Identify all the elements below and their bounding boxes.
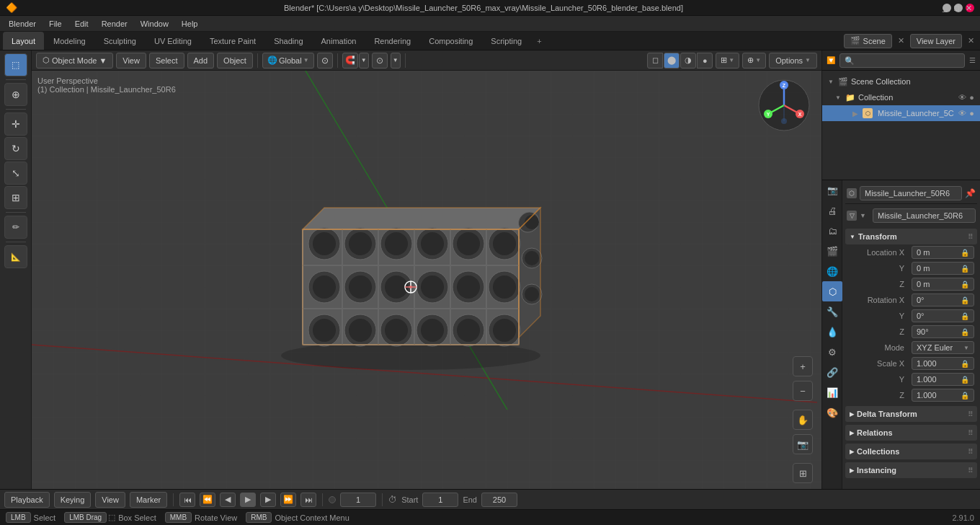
annotate-tool[interactable]: ✏ <box>4 216 27 239</box>
collection-visibility-icon[interactable]: 👁 <box>958 93 966 102</box>
view-menu-timeline-btn[interactable]: View <box>95 492 125 508</box>
minimize-button[interactable]: _ <box>943 4 951 12</box>
jump-end-btn[interactable]: ⏭ <box>300 493 316 507</box>
object-visibility-icon[interactable]: 👁 <box>958 109 966 118</box>
transform-tool[interactable]: ⊞ <box>4 186 27 209</box>
toggle-grid-btn[interactable]: ⊞ <box>793 463 813 483</box>
menu-edit[interactable]: Edit <box>69 18 94 30</box>
gizmos-btn[interactable]: ⊕ ▼ <box>742 53 766 69</box>
rotation-x-lock[interactable]: 🔒 <box>961 296 969 304</box>
object-menu-btn[interactable]: Object <box>217 53 253 69</box>
snap-options[interactable]: ▼ <box>359 53 369 69</box>
outliner-options-icon[interactable]: ☰ <box>969 56 976 64</box>
menu-help[interactable]: Help <box>176 18 204 30</box>
pan-view-btn[interactable]: ✋ <box>793 410 813 430</box>
delta-transform-header[interactable]: ▶ Delta Transform ⠿ <box>845 406 977 422</box>
shading-wireframe-btn[interactable]: ◻ <box>647 53 663 69</box>
transform-section-header[interactable]: ▼ Transform ⠿ <box>845 229 977 244</box>
outliner-search[interactable] <box>839 53 965 68</box>
relations-header[interactable]: ▶ Relations ⠿ <box>845 425 977 441</box>
object-data-name-field[interactable]: Missile_Launcher_50R6 <box>873 208 976 223</box>
tab-modeling[interactable]: Modeling <box>45 32 94 50</box>
prop-tab-data[interactable]: 📊 <box>822 382 842 402</box>
proportional-edit-btn[interactable]: ⊙ <box>372 53 388 69</box>
prop-tab-object[interactable]: ⬡ <box>822 281 842 301</box>
tab-rendering[interactable]: Rendering <box>365 32 419 50</box>
pin-object-icon[interactable]: 📌 <box>965 188 976 198</box>
scale-y-field[interactable]: 1.000 🔒 <box>912 373 974 386</box>
close-scene-icon[interactable]: ✕ <box>898 36 904 45</box>
playback-menu-btn[interactable]: Playback <box>4 492 50 508</box>
tab-uv-editing[interactable]: UV Editing <box>146 32 200 50</box>
scale-tool[interactable]: ⤡ <box>4 162 27 185</box>
menu-render[interactable]: Render <box>96 18 133 30</box>
proportional-options-btn[interactable]: ▼ <box>391 53 401 69</box>
prop-tab-constraints[interactable]: 🔗 <box>822 362 842 382</box>
outliner-object[interactable]: ▶ ▶ ⬡ Missile_Launcher_5C 👁 ● <box>822 105 980 121</box>
scale-y-lock[interactable]: 🔒 <box>961 376 969 384</box>
select-menu-btn[interactable]: Select <box>149 53 184 69</box>
options-btn[interactable]: Options ▼ <box>769 53 817 69</box>
rotation-x-field[interactable]: 0° 🔒 <box>912 294 974 306</box>
scale-x-lock[interactable]: 🔒 <box>961 360 969 368</box>
location-y-lock[interactable]: 🔒 <box>961 265 969 273</box>
select-box-tool[interactable]: ⬚ <box>4 53 27 76</box>
prop-tab-material[interactable]: 🎨 <box>822 402 842 423</box>
prop-tab-view-layer[interactable]: 🗂 <box>822 221 842 241</box>
close-button[interactable]: ✕ <box>966 4 974 12</box>
view-layer-selector[interactable]: View Layer <box>910 34 962 48</box>
transform-options-icon[interactable]: ⠿ <box>968 233 973 241</box>
navigation-gizmo[interactable]: Z X Y <box>755 76 813 134</box>
maximize-button[interactable]: □ <box>954 4 963 12</box>
collection-render-icon[interactable]: ● <box>969 93 974 102</box>
play-btn[interactable]: ▶ <box>240 493 256 507</box>
snap-toggle[interactable]: 🧲 <box>342 53 358 69</box>
shading-solid-btn[interactable]: ⬤ <box>664 53 680 69</box>
object-render-icon[interactable]: ● <box>969 109 974 118</box>
add-menu-btn[interactable]: Add <box>187 53 215 69</box>
collections-options-icon[interactable]: ⠿ <box>968 448 973 456</box>
prop-tab-particles[interactable]: 💧 <box>822 322 842 342</box>
instancing-options-icon[interactable]: ⠿ <box>968 467 973 475</box>
prev-keyframe-btn[interactable]: ⏪ <box>200 493 215 507</box>
tab-compositing[interactable]: Compositing <box>420 32 481 50</box>
scene-selector[interactable]: 🎬 Scene <box>844 34 892 48</box>
keying-menu-btn[interactable]: Keying <box>54 492 92 508</box>
location-x-field[interactable]: 0 m 🔒 <box>912 246 974 259</box>
close-viewlayer-icon[interactable]: ✕ <box>968 36 974 45</box>
instancing-header[interactable]: ▶ Instancing ⠿ <box>845 462 977 478</box>
rotate-tool[interactable]: ↻ <box>4 137 27 160</box>
viewport[interactable]: ⬡ Object Mode ▼ View Select Add Object 🌐… <box>32 50 821 489</box>
object-mode-selector[interactable]: ⬡ Object Mode ▼ <box>36 53 113 69</box>
prop-tab-output[interactable]: 🖨 <box>822 200 842 221</box>
location-x-lock[interactable]: 🔒 <box>961 249 969 257</box>
zoom-in-btn[interactable]: + <box>793 356 813 376</box>
end-frame-input[interactable]: 250 <box>481 493 517 507</box>
scale-z-lock[interactable]: 🔒 <box>961 392 969 400</box>
transform-orientation-selector[interactable]: 🌐 Global ▼ <box>262 53 314 69</box>
view-menu-btn[interactable]: View <box>116 53 146 69</box>
pivot-point-selector[interactable]: ⊙ <box>317 53 333 69</box>
shading-material-btn[interactable]: ◑ <box>680 53 696 69</box>
tab-texture-paint[interactable]: Texture Paint <box>201 32 264 50</box>
collections-header[interactable]: ▶ Collections ⠿ <box>845 444 977 459</box>
rotation-z-lock[interactable]: 🔒 <box>961 328 969 336</box>
outliner-collection[interactable]: ▼ 📁 Collection 👁 ● <box>822 89 980 105</box>
delta-options-icon[interactable]: ⠿ <box>968 410 973 418</box>
current-frame-input[interactable]: 1 <box>340 493 376 507</box>
measure-tool[interactable]: 📐 <box>4 245 27 268</box>
location-z-lock[interactable]: 🔒 <box>961 281 969 288</box>
tab-scripting[interactable]: Scripting <box>482 32 530 50</box>
next-frame-btn[interactable]: ▶ <box>260 493 276 507</box>
shading-rendered-btn[interactable]: ● <box>697 53 713 69</box>
outliner-scene-collection[interactable]: ▼ 🎬 Scene Collection <box>822 74 980 89</box>
location-y-field[interactable]: 0 m 🔒 <box>912 262 974 275</box>
rotation-mode-field[interactable]: XYZ Euler ▼ <box>912 341 974 354</box>
menu-blender[interactable]: Blender <box>3 18 42 30</box>
viewport-canvas[interactable]: User Perspective (1) Collection | Missil… <box>32 71 821 489</box>
menu-window[interactable]: Window <box>135 18 174 30</box>
overlays-btn[interactable]: ⊞ ▼ <box>716 53 739 69</box>
prop-tab-modifiers[interactable]: 🔧 <box>822 301 842 322</box>
prop-tab-world[interactable]: 🌐 <box>822 261 842 281</box>
scale-x-field[interactable]: 1.000 🔒 <box>912 357 974 370</box>
